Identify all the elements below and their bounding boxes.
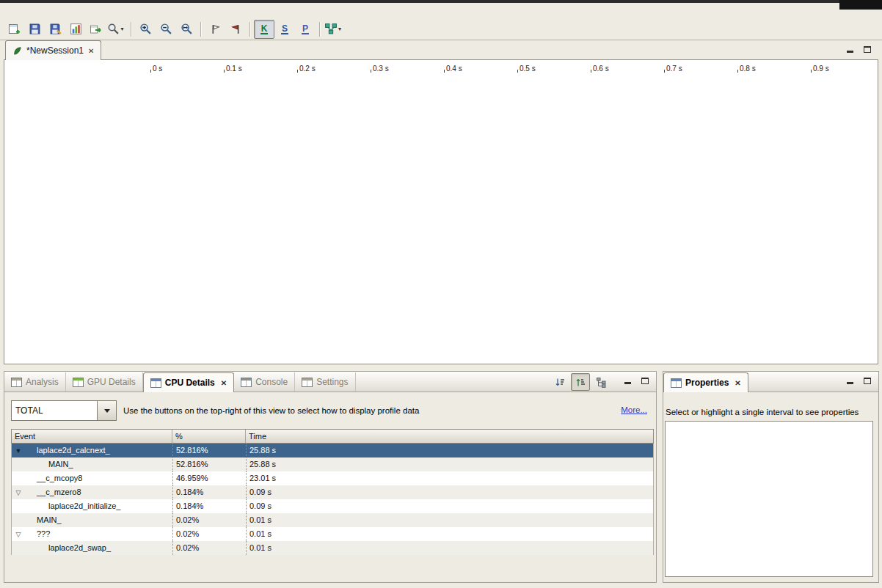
tick-label: 0.6 s — [593, 65, 609, 73]
close-icon[interactable]: ✕ — [221, 379, 227, 387]
expander-icon[interactable] — [14, 444, 23, 457]
chevron-down-icon: ▾ — [338, 26, 341, 32]
combobox-value: TOTAL — [12, 401, 97, 420]
timeline-canvas[interactable] — [150, 73, 878, 364]
properties-panel: Properties ✕ Select or highlight a singl… — [663, 371, 879, 583]
export-button[interactable] — [86, 20, 106, 39]
event-name: laplace2d_initialize_ — [48, 501, 120, 510]
table-row[interactable]: __c_mcopy8 46.959% 23.01 s — [12, 471, 653, 485]
session-tab[interactable]: *NewSession1 ✕ — [5, 40, 101, 60]
table-row[interactable]: MAIN_ 0.02% 0.01 s — [12, 513, 653, 527]
zoom-fit-button[interactable] — [176, 20, 197, 39]
sort-descending-button[interactable] — [550, 373, 569, 391]
view-tab-label: GPU Details — [87, 377, 136, 387]
save-as-button[interactable] — [45, 20, 65, 39]
column-header-time[interactable]: Time — [246, 430, 653, 443]
column-header-event[interactable]: Event — [12, 430, 172, 443]
close-icon[interactable]: ✕ — [735, 379, 740, 387]
table-body: laplace2d_calcnext_ 52.816% 25.88 s MAIN… — [11, 444, 654, 555]
show-chart-button[interactable] — [65, 20, 86, 39]
view-tab-label: Analysis — [26, 377, 59, 387]
table-header: Event % Time — [11, 429, 654, 444]
floppy-disk-pencil-icon — [49, 23, 62, 35]
properties-tab-bar: Properties ✕ — [663, 372, 878, 392]
timeline-editor-group: *NewSession1 ✕ 0 s 0.1 s 0.2 s — [4, 40, 878, 364]
close-icon[interactable]: ✕ — [88, 47, 94, 55]
combobox-dropdown-button[interactable] — [97, 401, 116, 420]
event-cell: __c_mzero8 — [12, 485, 172, 499]
column-header-percent[interactable]: % — [172, 430, 246, 443]
menu-bar — [0, 3, 882, 18]
time-cell: 0.01 s — [246, 541, 653, 555]
timeline-area: 0 s 0.1 s 0.2 s 0.3 s 0.4 s 0.5 s — [4, 59, 878, 364]
properties-hint-text: Select or highlight a single interval to… — [666, 408, 859, 416]
percent-cell: 52.816% — [172, 457, 246, 471]
main-toolbar: ▾ K S P ▾ — [0, 18, 882, 40]
minimize-button[interactable] — [845, 376, 855, 386]
properties-tab-label: Properties — [685, 378, 729, 388]
view-tab-icon — [11, 378, 22, 387]
time-cell: 0.01 s — [246, 527, 653, 541]
expander-icon[interactable] — [14, 485, 23, 499]
menu-item[interactable] — [57, 10, 70, 12]
profile-scope-combobox[interactable]: TOTAL — [11, 400, 117, 421]
expander-icon[interactable] — [14, 527, 23, 541]
call-tree-button[interactable] — [591, 373, 611, 391]
editor-tab-bar: *NewSession1 ✕ — [4, 40, 878, 59]
table-row[interactable]: laplace2d_swap_ 0.02% 0.01 s — [12, 541, 653, 555]
analysis-button[interactable]: ▾ — [324, 20, 344, 39]
percent-cell: 46.959% — [172, 471, 246, 485]
maximize-button[interactable] — [640, 376, 650, 386]
bottom-view-tab-bar: Analysis ✕ GPU Details ✕ CPU Details ✕ C… — [4, 372, 656, 392]
toolbar-separator — [319, 22, 320, 37]
next-marker-button[interactable] — [205, 20, 225, 39]
cpu-view-toolbar — [550, 373, 611, 391]
sort-ascending-button[interactable] — [571, 373, 590, 391]
zoom-fit-icon — [181, 23, 193, 35]
table-row[interactable]: laplace2d_calcnext_ 52.816% 25.88 s — [12, 444, 653, 457]
minimize-button[interactable] — [845, 45, 855, 54]
zoom-in-button[interactable] — [135, 20, 156, 39]
stream-mode-toggle[interactable]: S — [274, 20, 295, 39]
view-tab[interactable]: Console ✕ — [234, 372, 295, 392]
table-row[interactable]: __c_mzero8 0.184% 0.09 s — [12, 485, 653, 499]
more-link[interactable]: More... — [621, 405, 647, 414]
zoom-out-button[interactable] — [156, 20, 176, 39]
search-button[interactable]: ▾ — [106, 20, 127, 39]
minimize-button[interactable] — [622, 376, 633, 386]
process-mode-toggle[interactable]: P — [295, 20, 316, 39]
properties-body: Select or highlight a single interval to… — [663, 392, 878, 582]
timeline-names-panel — [4, 60, 151, 364]
view-tab[interactable]: Analysis ✕ — [4, 372, 66, 392]
cpu-details-info-text: Use the buttons on the top-right of this… — [123, 406, 419, 415]
table-row[interactable]: ??? 0.02% 0.01 s — [12, 527, 653, 541]
kernel-mode-toggle[interactable]: K — [254, 20, 274, 39]
maximize-button[interactable] — [862, 376, 872, 386]
new-session-button[interactable] — [4, 20, 24, 39]
session-leaf-icon — [12, 46, 22, 56]
tab-properties[interactable]: Properties ✕ — [663, 372, 748, 392]
view-tab[interactable]: GPU Details ✕ — [66, 372, 143, 392]
menu-item[interactable] — [31, 10, 44, 12]
tick-label: 0.1 s — [226, 65, 242, 73]
view-tab[interactable]: Settings ✕ — [295, 372, 355, 392]
maximize-button[interactable] — [862, 45, 872, 54]
toolbar-separator — [131, 22, 131, 37]
view-tab-label: Settings — [316, 377, 348, 387]
tick-label: 0.8 s — [740, 65, 756, 73]
event-name: __c_mcopy8 — [37, 474, 82, 482]
zoom-in-icon — [139, 23, 152, 35]
save-button[interactable] — [24, 20, 45, 39]
menu-item[interactable] — [44, 10, 57, 12]
magnifier-icon — [107, 23, 120, 35]
time-cell: 0.01 s — [246, 513, 653, 527]
table-row[interactable]: laplace2d_initialize_ 0.184% 0.09 s — [12, 499, 653, 513]
bar-chart-icon — [70, 23, 82, 35]
prev-marker-button[interactable] — [225, 20, 246, 39]
menu-item[interactable] — [18, 10, 31, 12]
menu-item[interactable] — [4, 10, 18, 12]
tick-label: 0.2 s — [299, 65, 316, 73]
view-tab[interactable]: CPU Details ✕ — [143, 372, 234, 392]
timeline-ruler[interactable]: 0 s 0.1 s 0.2 s 0.3 s 0.4 s 0.5 s — [150, 60, 878, 73]
table-row[interactable]: MAIN_ 52.816% 25.88 s — [12, 457, 653, 471]
